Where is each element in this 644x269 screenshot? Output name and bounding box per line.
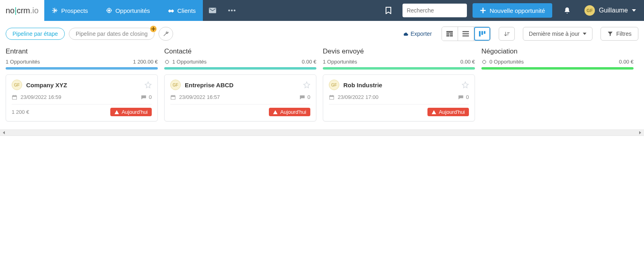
plus-small-icon	[151, 27, 155, 31]
comment-icon	[299, 94, 305, 100]
nav-tabs: Prospects Opportunités Clients	[44, 0, 203, 21]
column-amount: 0.00 €	[302, 59, 316, 65]
card-owner-avatar: GF	[12, 80, 22, 90]
pipeline-board: Entrant1 Opportunités1 200.00 €GFCompany…	[0, 45, 644, 129]
card-comments-count: 0	[466, 94, 469, 100]
user-menu[interactable]: GF Guillaume	[576, 5, 644, 16]
target-small-icon	[164, 59, 170, 65]
star-button[interactable]	[303, 81, 310, 88]
column-title: Devis envoyé	[323, 47, 475, 55]
svg-point-1	[108, 10, 110, 11]
card-warning-badge: Aujourd'hui	[269, 108, 310, 116]
card-datetime: 23/09/2022 16:59	[21, 94, 61, 100]
svg-rect-8	[462, 35, 469, 37]
view-kanban-button[interactable]	[474, 27, 490, 41]
nav-more-button[interactable]	[222, 9, 242, 12]
settings-wrench-button[interactable]	[159, 27, 173, 41]
card-comments-count: 0	[149, 94, 152, 100]
svg-rect-6	[462, 31, 469, 32]
calendar-icon	[12, 94, 17, 100]
pill-pipeline-stage[interactable]: Pipeline par étape	[6, 28, 65, 40]
logo[interactable]: no|crm.io	[0, 0, 44, 21]
bookmark-button[interactable]	[380, 7, 397, 14]
warning-icon	[431, 110, 436, 115]
warning-icon	[273, 110, 278, 115]
opportunity-card[interactable]: GFRob Industrie23/09/2022 17:000Aujourd'…	[323, 74, 475, 121]
pipeline-column: Contacté1 Opportunités0.00 €GFEntreprise…	[164, 47, 316, 121]
filters-button[interactable]: Filtres	[601, 27, 638, 41]
caret-down-icon	[632, 9, 636, 12]
column-stats: 0 Opportunités0.00 €	[481, 59, 634, 65]
nav-tab-opportunites-label: Opportunités	[116, 7, 150, 14]
notifications-button[interactable]	[558, 6, 576, 14]
wrench-icon	[163, 31, 169, 37]
nav-tab-prospects-label: Prospects	[61, 7, 88, 14]
card-title: Rob Industrie	[343, 82, 458, 88]
column-progress-bar	[164, 67, 316, 70]
card-comments-count: 0	[308, 94, 310, 100]
bookmark-icon	[386, 7, 391, 14]
logo-text-no: no	[6, 6, 14, 15]
card-warning-label: Aujourd'hui	[280, 109, 306, 115]
nav-tab-clients[interactable]: Clients	[157, 0, 203, 21]
svg-point-12	[165, 60, 169, 63]
opportunity-card[interactable]: GFEntreprise ABCD23/09/2022 16:570Aujour…	[164, 74, 316, 121]
svg-rect-10	[481, 31, 483, 35]
svg-point-2	[228, 10, 230, 12]
card-datetime: 23/09/2022 17:00	[338, 94, 378, 100]
column-stats: 1 Opportunités0.00 €	[323, 59, 475, 65]
pill-pipeline-closing[interactable]: Pipeline par dates de closing	[69, 28, 155, 40]
bell-icon	[564, 6, 571, 14]
export-link[interactable]: Exporter	[402, 31, 432, 37]
table-icon	[446, 31, 453, 37]
kanban-icon	[479, 31, 485, 37]
export-label: Exporter	[411, 31, 432, 37]
column-count: 1 Opportunités	[172, 59, 206, 65]
new-opportunity-label: Nouvelle opportunité	[489, 7, 545, 14]
mail-icon	[209, 8, 216, 13]
new-opportunity-button[interactable]: Nouvelle opportunité	[473, 3, 552, 18]
view-list-button[interactable]	[458, 27, 474, 41]
calendar-icon	[170, 94, 176, 100]
search-input[interactable]	[407, 7, 477, 14]
sort-by-dropdown[interactable]: Dernière mise à jour	[523, 27, 592, 41]
snowflake-icon	[52, 7, 58, 14]
filters-label: Filtres	[616, 31, 632, 37]
card-value: 1 200 €	[12, 109, 29, 115]
column-count: 0 Opportunités	[489, 59, 524, 65]
star-button[interactable]	[462, 81, 469, 88]
nav-tab-opportunites[interactable]: Opportunités	[95, 0, 157, 21]
card-warning-label: Aujourd'hui	[122, 109, 148, 115]
target-icon	[106, 7, 112, 14]
column-title: Entrant	[6, 47, 158, 55]
comment-icon	[141, 94, 147, 100]
star-icon	[462, 81, 469, 88]
filter-icon	[607, 31, 613, 37]
sort-by-label: Dernière mise à jour	[529, 31, 580, 37]
logo-text-crm: crm	[17, 6, 30, 15]
ellipsis-icon	[228, 9, 235, 12]
column-stats: 1 Opportunités1 200.00 €	[6, 59, 158, 65]
user-name: Guillaume	[599, 7, 628, 14]
column-amount: 0.00 €	[619, 59, 634, 65]
svg-point-13	[483, 60, 486, 63]
column-progress-bar	[6, 67, 158, 70]
card-title: Company XYZ	[26, 82, 140, 88]
star-button[interactable]	[144, 81, 152, 88]
add-pipeline-badge[interactable]	[150, 26, 157, 32]
opportunity-card[interactable]: GFCompany XYZ23/09/2022 16:5901 200 €Auj…	[6, 74, 158, 121]
toolbar: Pipeline par étape Pipeline par dates de…	[0, 21, 644, 45]
search-box[interactable]	[402, 4, 467, 17]
column-count: 1 Opportunités	[323, 59, 357, 65]
column-amount: 1 200.00 €	[133, 59, 158, 65]
sort-icon	[504, 31, 510, 37]
horizontal-scrollbar[interactable]	[0, 129, 644, 136]
topnav: no|crm.io Prospects Opportunités Clients…	[0, 0, 644, 21]
column-amount: 0.00 €	[460, 59, 475, 65]
nav-mail-button[interactable]	[203, 8, 222, 13]
view-table-button[interactable]	[442, 27, 458, 41]
comment-icon	[458, 94, 464, 100]
svg-point-4	[234, 10, 236, 12]
sort-direction-button[interactable]	[499, 27, 515, 41]
nav-tab-prospects[interactable]: Prospects	[44, 0, 95, 21]
